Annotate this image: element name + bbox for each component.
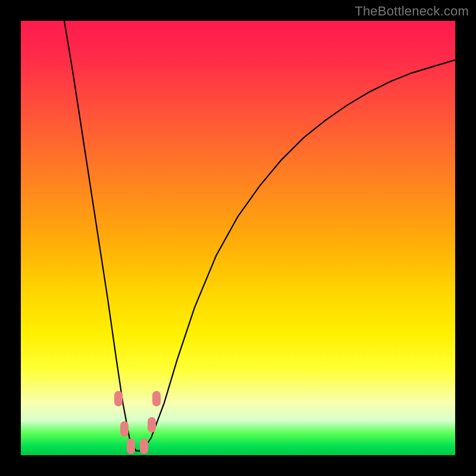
curve-marker [127,439,135,454]
watermark-text: TheBottleneck.com [355,4,469,19]
plot-area [21,21,455,455]
chart-container: TheBottleneck.com [0,0,476,476]
curve-marker [152,391,161,406]
curve-marker [114,391,123,406]
curve-marker [120,421,129,437]
bottleneck-curve [21,21,455,455]
curve-marker [140,439,148,454]
curve-marker [148,417,156,433]
